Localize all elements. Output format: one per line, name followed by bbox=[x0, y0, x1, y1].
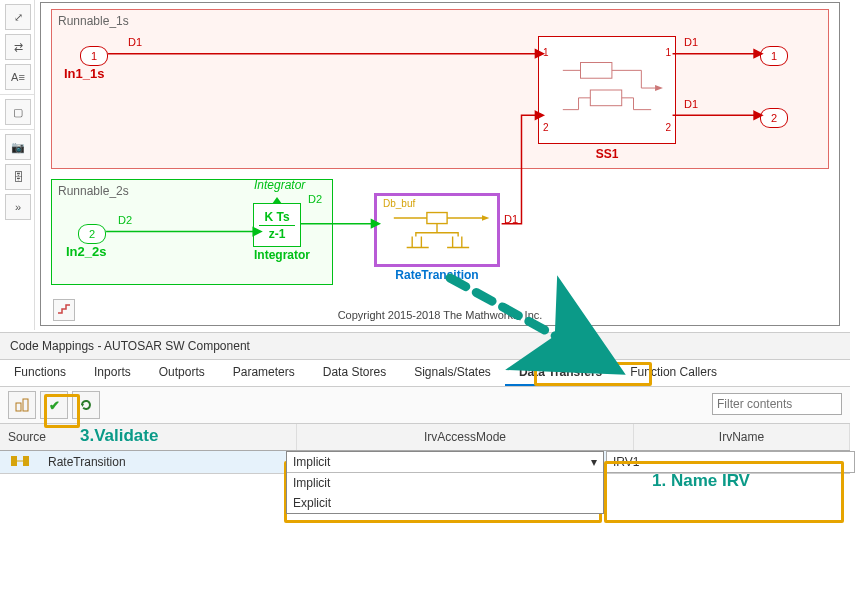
area-icon[interactable]: ▢ bbox=[5, 99, 31, 125]
sig-d1-b: D1 bbox=[684, 36, 698, 48]
svg-rect-11 bbox=[16, 403, 21, 411]
col-irvname[interactable]: IrvName bbox=[634, 424, 850, 450]
row-source: RateTransition bbox=[40, 453, 308, 471]
chevron-down-icon: ▾ bbox=[591, 455, 597, 469]
integrator-bot: z-1 bbox=[269, 227, 286, 241]
svg-marker-13 bbox=[81, 404, 84, 407]
irvname-input[interactable]: IRV1 bbox=[606, 451, 855, 473]
ss1-name: SS1 bbox=[539, 147, 675, 161]
irvaccessmode-selected[interactable]: Implicit ▾ bbox=[287, 452, 603, 473]
integrator-block[interactable]: Integrator K Ts z-1 Integrator bbox=[253, 203, 301, 247]
model-toolbar: ⤢ ⇄ A≡ ▢ 📷 🗄 » bbox=[0, 0, 35, 330]
sig-d1-a: D1 bbox=[128, 36, 142, 48]
row-icon bbox=[0, 452, 40, 472]
rate-transition-dbuf: Db_buf bbox=[383, 198, 415, 209]
runnable-1s-title: Runnable_1s bbox=[58, 14, 129, 28]
integrator-trigger-icon bbox=[272, 197, 282, 204]
rate-transition-name: RateTransition bbox=[377, 268, 497, 282]
irvaccessmode-dropdown[interactable]: Implicit ▾ Implicit Explicit bbox=[286, 451, 604, 514]
filter-input[interactable] bbox=[712, 393, 842, 415]
sig-d2-b: D2 bbox=[308, 193, 322, 205]
svg-rect-3 bbox=[427, 213, 447, 224]
irvaccessmode-option-explicit[interactable]: Explicit bbox=[287, 493, 603, 513]
svg-rect-15 bbox=[23, 456, 29, 466]
swap-icon[interactable]: ⇄ bbox=[5, 34, 31, 60]
rate-transition-block[interactable]: Db_buf RateTransition bbox=[374, 193, 500, 267]
refresh-button[interactable] bbox=[72, 391, 100, 419]
in2-label: In2_2s bbox=[66, 244, 106, 259]
sig-d1-rt: D1 bbox=[504, 213, 518, 225]
out1-port[interactable]: 1 bbox=[760, 46, 788, 66]
runnable-1s-area[interactable]: Runnable_1s 1 In1_1s D1 1 2 1 2 SS1 bbox=[51, 9, 829, 169]
model-canvas[interactable]: Runnable_1s 1 In1_1s D1 1 2 1 2 SS1 bbox=[40, 2, 840, 326]
screenshot-icon[interactable]: 📷 bbox=[5, 134, 31, 160]
window-root: ⤢ ⇄ A≡ ▢ 📷 🗄 » Runnable_1s 1 In1_1s D1 1… bbox=[0, 0, 856, 591]
tab-inports[interactable]: Inports bbox=[80, 360, 145, 386]
svg-marker-4 bbox=[482, 215, 489, 221]
sig-d2-a: D2 bbox=[118, 214, 132, 226]
svg-rect-0 bbox=[581, 63, 612, 79]
copyright-text: Copyright 2015-2018 The Mathworks, Inc. bbox=[41, 309, 839, 321]
ss1-mini-diagram bbox=[539, 37, 675, 143]
validate-button[interactable]: ✔ bbox=[40, 391, 68, 419]
svg-rect-1 bbox=[590, 90, 621, 106]
toolbar-separator bbox=[0, 94, 34, 95]
tab-function-callers[interactable]: Function Callers bbox=[616, 360, 731, 386]
integrator-upper-title: Integrator bbox=[254, 178, 300, 192]
integrator-text: K Ts z-1 bbox=[254, 204, 300, 246]
tab-parameters[interactable]: Parameters bbox=[219, 360, 309, 386]
integrator-top: K Ts bbox=[264, 210, 289, 224]
grid-header: Source IrvAccessMode IrvName bbox=[0, 424, 850, 451]
code-mappings-panel: Code Mappings - AUTOSAR SW Component Fun… bbox=[0, 332, 850, 531]
col-irvaccessmode[interactable]: IrvAccessMode bbox=[297, 424, 634, 450]
svg-marker-2 bbox=[655, 85, 663, 91]
tab-functions[interactable]: Functions bbox=[0, 360, 80, 386]
ss1-block[interactable]: 1 2 1 2 SS1 bbox=[538, 36, 676, 144]
irvaccessmode-option-implicit[interactable]: Implicit bbox=[287, 473, 603, 493]
tab-data-stores[interactable]: Data Stores bbox=[309, 360, 400, 386]
svg-rect-12 bbox=[23, 399, 28, 411]
grid-body: RateTransition Implicit ▾ Implicit Expli… bbox=[0, 451, 850, 531]
more-icon[interactable]: » bbox=[5, 194, 31, 220]
code-mappings-title: Code Mappings - AUTOSAR SW Component bbox=[0, 332, 850, 360]
edit-button[interactable] bbox=[8, 391, 36, 419]
toolbar-separator bbox=[0, 129, 34, 130]
code-mappings-tabs: Functions Inports Outports Parameters Da… bbox=[0, 360, 850, 387]
sig-d1-c: D1 bbox=[684, 98, 698, 110]
annotation-icon[interactable]: A≡ bbox=[5, 64, 31, 90]
tab-outports[interactable]: Outports bbox=[145, 360, 219, 386]
out2-port[interactable]: 2 bbox=[760, 108, 788, 128]
svg-rect-14 bbox=[11, 456, 17, 466]
fit-to-screen-icon[interactable]: ⤢ bbox=[5, 4, 31, 30]
in1-port[interactable]: 1 bbox=[80, 46, 108, 66]
in1-label: In1_1s bbox=[64, 66, 104, 81]
in2-port[interactable]: 2 bbox=[78, 224, 106, 244]
col-source[interactable]: Source bbox=[0, 424, 297, 450]
runnable-2s-title: Runnable_2s bbox=[58, 184, 129, 198]
irvaccessmode-selected-text: Implicit bbox=[293, 455, 330, 469]
tab-data-transfers[interactable]: Data Transfers bbox=[505, 360, 616, 386]
data-inspector-icon[interactable]: 🗄 bbox=[5, 164, 31, 190]
tab-signals-states[interactable]: Signals/States bbox=[400, 360, 505, 386]
code-mappings-toolbar: ✔ bbox=[0, 387, 850, 424]
integrator-name: Integrator bbox=[254, 248, 300, 262]
